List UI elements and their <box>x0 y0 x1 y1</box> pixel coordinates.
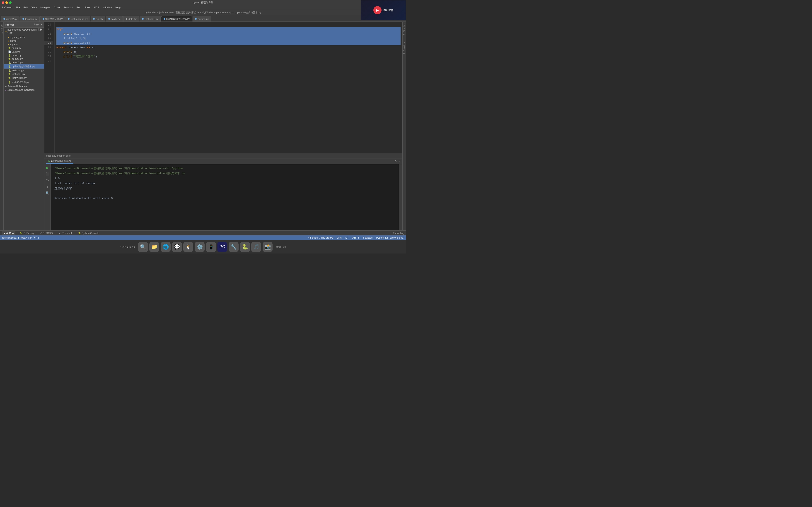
video-play-button[interactable]: ▶ <box>373 6 382 14</box>
run-output-path1: /Users/juanxu/Documents/霍格沃兹培训/测试demo/练习… <box>54 166 395 171</box>
sidebar-item-baidu-py[interactable]: 🐍 baidu.py <box>4 46 44 50</box>
sidebar-item-testjson-py[interactable]: 🐍 testjson.py <box>4 69 44 72</box>
sidebar-item-pythondemo[interactable]: ▾ pythondemo ~/Documents/霍格沃兹 <box>4 27 44 35</box>
menu-vcs[interactable]: VCS <box>94 6 99 9</box>
side-tab-structure[interactable]: 2: Structure <box>403 22 406 36</box>
tab-run-sh[interactable]: run.sh <box>91 16 105 21</box>
tab-demo2[interactable]: demo2.py <box>1 16 19 21</box>
run-stop-button[interactable]: ⬛ <box>45 172 50 176</box>
sidebar-item-data-txt[interactable]: 📄 data.txt <box>4 50 44 53</box>
tab-builtins[interactable]: builtins.py <box>193 16 211 21</box>
editor-area: 1: Project Project ↻ ⊟ ⚙ ✕ ▾ pythondemo … <box>0 22 406 230</box>
sidebar-item-demo-py[interactable]: 🐍 demo.py <box>4 53 44 57</box>
dock-camera[interactable]: 📸 <box>263 242 272 252</box>
dock-browser[interactable]: 🌐 <box>161 242 170 252</box>
sidebar-item-testjson1-py[interactable]: 🐍 testjson1.py <box>4 72 44 76</box>
close-button[interactable] <box>2 1 4 4</box>
sidebar-item-label: pythondemo ~/Documents/霍格沃兹 <box>7 28 42 35</box>
maximize-button[interactable] <box>9 1 11 4</box>
run-close-icon[interactable]: ✕ <box>399 160 401 163</box>
run-toolbar: ▶ ⬛ ↻ ↓ 🔍 <box>44 164 51 230</box>
event-log-label[interactable]: Event Log <box>393 232 404 234</box>
folder-icon: ▸ <box>8 43 9 46</box>
dock-pycharm-icon[interactable]: PC <box>217 242 227 252</box>
side-tab-favorites[interactable]: 2: Favorites <box>403 41 406 55</box>
python-file-icon: 🐍 <box>8 47 11 49</box>
dock-mobile[interactable]: 📱 <box>206 242 216 252</box>
sidebar-item-python-errors-py[interactable]: 🐍 python错误与异常.py <box>4 64 44 69</box>
sidebar-settings-icon[interactable]: ⚙ <box>38 23 40 26</box>
bottom-tab-run[interactable]: ▶ 4: Run <box>2 231 15 235</box>
sidebar-item-myenv[interactable]: ▸ myenv <box>4 43 44 46</box>
python-file-icon: 🐍 <box>8 54 11 57</box>
sidebar-item-test-readwrite[interactable]: 🐍 test读写文件.py <box>4 80 44 84</box>
tab-data-txt[interactable]: data.txt <box>123 16 139 21</box>
run-settings-icon[interactable]: ⚙ <box>395 160 397 163</box>
line-num-25: 25 <box>44 27 53 32</box>
run-scroll-button[interactable]: ↓ <box>45 184 50 189</box>
sidebar-item-demo1-py[interactable]: 🐍 demo1.py <box>4 57 44 61</box>
run-play-button[interactable]: ▶ <box>45 165 50 170</box>
tab-test-appium[interactable]: test_appium.py <box>65 16 90 21</box>
dock-tools[interactable]: 🔧 <box>229 242 239 252</box>
sidebar-item-scratches[interactable]: ▸ Scratches and Consoles <box>4 88 44 92</box>
bottom-tab-todo[interactable]: ✓ 6: TODO <box>38 231 55 235</box>
sidebar-refresh-icon[interactable]: ↻ <box>34 23 36 26</box>
project-path: pythondemo [~/Documents/霍格沃兹培训/测试 demo/练… <box>145 11 261 14</box>
sidebar-title: Project <box>5 23 34 26</box>
run-filter-button[interactable]: 🔍 <box>45 190 50 195</box>
menu-view[interactable]: View <box>32 6 37 9</box>
sidebar-item-test-literal[interactable]: 🐍 test字面量.py <box>4 76 44 80</box>
sidebar-close-icon[interactable]: ✕ <box>40 23 42 26</box>
code-line-26: print(div(1, 1)) <box>56 32 401 36</box>
bottom-tab-terminal[interactable]: ▸_ Terminal <box>57 231 73 235</box>
menu-window[interactable]: Window <box>103 6 112 9</box>
dock-finder[interactable]: 🔍 <box>138 242 148 252</box>
sidebar-item-external-libs[interactable]: ▸ External Libraries <box>4 84 44 88</box>
dock-settings[interactable]: ⚙️ <box>195 242 205 252</box>
run-tab-active[interactable]: ▶ python错误与异常 <box>46 159 73 164</box>
run-rerun-button[interactable]: ↻ <box>45 178 50 183</box>
code-lines[interactable]: try: print(div(1, 1)) list1=[1,2,3] prin… <box>55 22 402 153</box>
tab-testjson[interactable]: testjson.py <box>20 16 40 21</box>
menu-refactor[interactable]: Refactor <box>63 6 73 9</box>
dock-messages[interactable]: 💬 <box>172 242 182 252</box>
dock-files[interactable]: 📁 <box>149 242 159 252</box>
tab-python-errors[interactable]: python错误与异常.py <box>161 16 192 21</box>
tab-baidu[interactable]: baidu.py <box>106 16 123 21</box>
menu-code[interactable]: Code <box>54 6 60 9</box>
run-output[interactable]: /Users/juanxu/Documents/霍格沃兹培训/测试demo/练习… <box>51 164 399 230</box>
python-file-icon: 🐍 <box>8 69 11 72</box>
tab-dot-baidu <box>108 18 110 20</box>
sidebar-collapse-icon[interactable]: ⊟ <box>36 23 38 26</box>
bottom-tab-debug-label: 5: Debug <box>23 232 34 234</box>
menu-help[interactable]: Help <box>115 6 120 9</box>
sidebar-item-demo[interactable]: ▸ demo <box>4 39 44 43</box>
path-bar: pythondemo [~/Documents/霍格沃兹培训/测试 demo/练… <box>0 10 406 15</box>
menu-pycharm[interactable]: PyCharm <box>2 6 12 9</box>
tab-testjson1[interactable]: testjson1.py <box>140 16 161 21</box>
dock-music[interactable]: 🎵 <box>251 242 261 252</box>
run-output-blank <box>54 191 395 196</box>
tab-dot-demo2 <box>3 18 5 20</box>
menu-navigate[interactable]: Navigate <box>40 6 50 9</box>
tab-test-readwrite[interactable]: test读写文件.py <box>40 16 65 21</box>
code-content[interactable]: 24 25 26 27 28 29 30 31 32 try: print(di… <box>44 22 402 153</box>
dock-python[interactable]: 🐍 <box>240 242 250 252</box>
video-overlay[interactable]: ▶ 腾讯课堂 <box>361 0 406 20</box>
menu-tools[interactable]: Tools <box>85 6 91 9</box>
sidebar-item-label: test读写文件.py <box>12 80 29 84</box>
menu-edit[interactable]: Edit <box>23 6 28 9</box>
sidebar-item-pytest-cache[interactable]: ▸ .pytest_cache <box>4 35 44 39</box>
minimize-button[interactable] <box>5 1 8 4</box>
bottom-tab-debug[interactable]: 🐛 5: Debug <box>18 231 36 235</box>
tab-dot-runsh <box>93 18 95 20</box>
sidebar-item-label: External Libraries <box>7 85 27 88</box>
menu-file[interactable]: File <box>16 6 20 9</box>
side-tab-project[interactable]: 1: Project <box>0 23 3 35</box>
menu-run[interactable]: Run <box>77 6 81 9</box>
dock-penguin[interactable]: 🐧 <box>183 242 193 252</box>
sidebar-item-demo2-py[interactable]: 🐍 demo2.py <box>4 61 44 64</box>
line-num-27: 27 <box>44 36 53 41</box>
bottom-tab-python-console[interactable]: 🐍 Python Console <box>77 231 101 235</box>
